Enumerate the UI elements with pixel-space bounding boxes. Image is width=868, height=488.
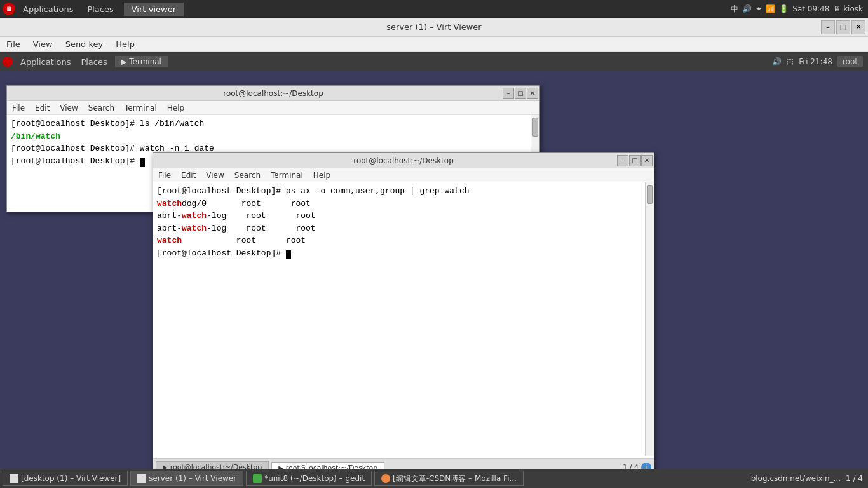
t2-file-menu[interactable]: File	[153, 170, 176, 180]
guest-clock: Fri 21:48	[799, 57, 832, 66]
virt-viewer-controls: – □ ✕	[821, 20, 865, 34]
terminal-1-minimize[interactable]: –	[503, 88, 514, 99]
virt-viewer-file-menu[interactable]: File	[0, 38, 27, 50]
firefox-taskitem-label: [编辑文章-CSDN博客 – Mozilla Fi...	[393, 473, 517, 484]
t1-terminal-menu[interactable]: Terminal	[119, 103, 162, 113]
terminal-1-titlebar: root@localhost:~/Desktop – □ ✕	[7, 86, 539, 101]
host-applications-menu[interactable]: Applications	[17, 3, 79, 16]
host-bottombar-right: blog.csdn.net/weixin_... 1 / 4	[751, 474, 868, 483]
host-topbar-right: 中 🔊 ✦ 📶 🔋 Sat 09:48 🖥 kiosk	[731, 4, 868, 15]
host-kiosk-label: 🖥 kiosk	[833, 4, 863, 13]
terminal-1-title: root@localhost:~/Desktop	[223, 89, 323, 98]
t1-line-1: [root@localhost Desktop]# ls /bin/watch	[11, 118, 528, 130]
host-url-partial: blog.csdn.net/weixin_...	[751, 474, 841, 483]
t1-cursor	[140, 158, 145, 167]
terminal-2-minimize[interactable]: –	[617, 155, 628, 166]
t1-view-menu[interactable]: View	[55, 103, 83, 113]
t2-terminal-menu[interactable]: Terminal	[266, 170, 308, 180]
guest-applications-menu[interactable]: Applications	[15, 56, 76, 68]
host-task-desktop[interactable]: [desktop (1) – Virt Viewer]	[3, 471, 128, 486]
host-battery-icon: 🔋	[779, 4, 789, 13]
t1-help-menu[interactable]: Help	[162, 103, 189, 113]
virt-viewer-help-menu[interactable]: Help	[109, 38, 141, 50]
virt-viewer-titlebar: server (1) – Virt Viewer – □ ✕	[0, 18, 868, 37]
terminal-1-maximize[interactable]: □	[515, 88, 526, 99]
virt-viewer-maximize-btn[interactable]: □	[836, 20, 850, 34]
host-bottombar: [desktop (1) – Virt Viewer] server (1) –…	[0, 469, 868, 488]
t2-cursor	[286, 250, 291, 259]
host-places-menu[interactable]: Places	[81, 3, 119, 16]
terminal-2-scrollbar[interactable]	[645, 182, 654, 456]
virt-viewer-close-btn[interactable]: ✕	[851, 20, 865, 34]
host-active-window[interactable]: Virt-viewer	[124, 3, 184, 16]
guest-terminal-btn[interactable]: ▶ Terminal	[115, 56, 168, 67]
virt-viewer-view-menu[interactable]: View	[27, 38, 59, 50]
t2-help-menu[interactable]: Help	[308, 170, 336, 180]
terminal-2-body[interactable]: [root@localhost Desktop]# ps ax -o comm,…	[153, 182, 654, 456]
terminal-1-scroll-thumb[interactable]	[532, 118, 538, 137]
t1-file-menu[interactable]: File	[7, 103, 30, 113]
host-page-count: 1 / 4	[846, 474, 863, 483]
host-topbar: 🖥 Applications Places Virt-viewer 中 🔊 ✦ …	[0, 0, 868, 18]
terminal-2-controls: – □ ✕	[617, 155, 653, 166]
terminal-2-scroll-thumb[interactable]	[647, 185, 653, 204]
terminal-window-2: root@localhost:~/Desktop – □ ✕ File Edit…	[153, 152, 654, 477]
t2-view-menu[interactable]: View	[201, 170, 229, 180]
t2-line-1: [root@localhost Desktop]# ps ax -o comm,…	[157, 185, 642, 198]
t1-edit-menu[interactable]: Edit	[30, 103, 55, 113]
gedit-taskitem-label: *unit8 (~/Desktop) – gedit	[264, 474, 365, 483]
host-topbar-left: 🖥 Applications Places Virt-viewer	[0, 3, 184, 16]
virt-viewer-title: server (1) – Virt Viewer	[386, 22, 481, 32]
virt-viewer-sendkey-menu[interactable]: Send key	[59, 38, 110, 50]
terminal-1-close[interactable]: ✕	[527, 88, 538, 99]
virt-viewer-menubar: File View Send key Help	[0, 37, 868, 52]
t2-line-5: watch root root	[157, 234, 642, 247]
terminal-2-menubar: File Edit View Search Terminal Help	[153, 168, 654, 182]
firefox-taskitem-icon	[381, 474, 390, 483]
guest-app-icon	[3, 57, 13, 67]
host-lang-indicator: 中	[731, 4, 738, 15]
virt-viewer-window: server (1) – Virt Viewer – □ ✕ File View…	[0, 18, 868, 488]
terminal-2-maximize[interactable]: □	[629, 155, 641, 166]
host-clock: Sat 09:48	[792, 4, 829, 13]
terminal-icon: ▶	[121, 58, 126, 66]
desktop-taskitem-icon	[10, 474, 18, 483]
t2-search-menu[interactable]: Search	[229, 170, 266, 180]
host-task-server[interactable]: server (1) – Virt Viewer	[130, 471, 243, 486]
host-app-icon: 🖥	[3, 3, 15, 15]
guest-places-menu[interactable]: Places	[76, 56, 112, 68]
t2-line-2: watchdog/0 root root	[157, 198, 642, 210]
t2-line-4: abrt-watch-log root root	[157, 222, 642, 235]
t1-line-2: /bin/watch	[11, 130, 528, 143]
guest-volume-icon: 🔊	[772, 57, 782, 66]
terminal-1-menubar: File Edit View Search Terminal Help	[7, 101, 539, 115]
t1-search-menu[interactable]: Search	[83, 103, 119, 113]
host-bluetooth-icon: ✦	[756, 4, 762, 13]
vm-screen: Applications Places ▶ Terminal 🔊 ⬚ Fri 2…	[0, 52, 868, 488]
t2-line-3: abrt-watch-log root root	[157, 210, 642, 222]
server-taskitem-label: server (1) – Virt Viewer	[149, 474, 236, 483]
t2-line-6: [root@localhost Desktop]#	[157, 247, 642, 260]
host-volume-icon: 🔊	[742, 4, 752, 13]
t2-edit-menu[interactable]: Edit	[176, 170, 201, 180]
server-taskitem-icon	[137, 474, 146, 483]
terminal-1-controls: – □ ✕	[503, 88, 538, 99]
guest-user-label: root	[837, 56, 863, 67]
terminal-2-titlebar: root@localhost:~/Desktop – □ ✕	[153, 153, 654, 168]
host-task-firefox[interactable]: [编辑文章-CSDN博客 – Mozilla Fi...	[374, 471, 524, 486]
gedit-taskitem-icon	[253, 474, 262, 483]
guest-screen-icon: ⬚	[787, 57, 794, 66]
host-wifi-icon: 📶	[766, 4, 775, 13]
guest-topbar-right: 🔊 ⬚ Fri 21:48 root	[772, 56, 868, 67]
virt-viewer-minimize-btn[interactable]: –	[821, 20, 835, 34]
guest-topbar: Applications Places ▶ Terminal 🔊 ⬚ Fri 2…	[0, 52, 868, 71]
host-task-gedit[interactable]: *unit8 (~/Desktop) – gedit	[246, 471, 372, 486]
desktop-taskitem-label: [desktop (1) – Virt Viewer]	[21, 474, 121, 483]
terminal-2-title: root@localhost:~/Desktop	[353, 156, 454, 165]
terminal-2-close[interactable]: ✕	[641, 155, 653, 166]
